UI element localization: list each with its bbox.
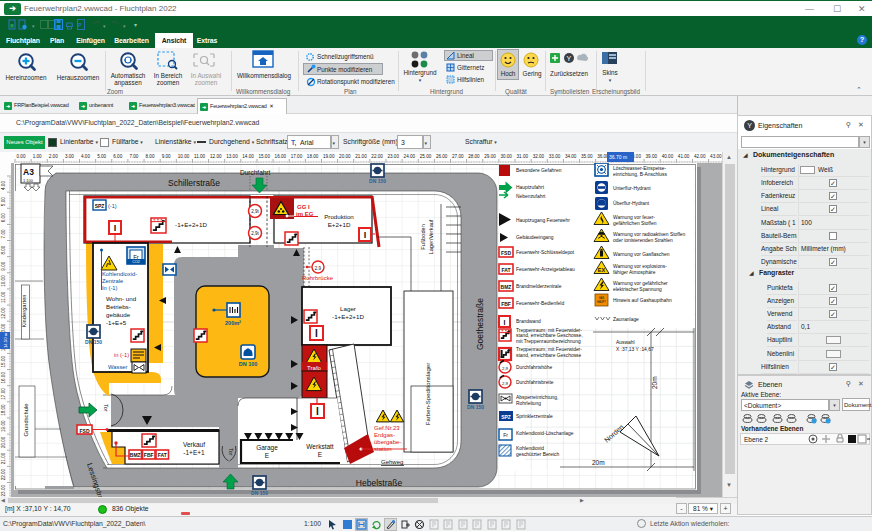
svg-text:14.50 m: 14.50 m — [3, 332, 8, 348]
svg-text:29.00: 29.00 — [484, 154, 496, 159]
svg-text:17.00: 17.00 — [1, 388, 6, 400]
svg-text:FSD: FSD — [80, 428, 90, 434]
svg-text:Auswahl: Auswahl — [616, 340, 635, 345]
svg-text:20.00: 20.00 — [1, 436, 6, 448]
svg-text:elektrischer Spannung: elektrischer Spannung — [613, 287, 662, 292]
svg-text:Grundschule: Grundschule — [23, 404, 29, 437]
svg-text:30.00: 30.00 — [500, 154, 512, 159]
svg-text:E: E — [265, 452, 270, 459]
svg-text:-1+E+2+1D: -1+E+2+1D — [332, 313, 364, 320]
svg-text:27.00: 27.00 — [452, 154, 464, 159]
svg-text:32.00: 32.00 — [533, 154, 545, 159]
svg-text:Überflur-Hydrant: Überflur-Hydrant — [613, 200, 650, 206]
svg-text:40.00: 40.00 — [662, 154, 674, 159]
svg-text:Gef.Nr.23: Gef.Nr.23 — [374, 425, 400, 431]
svg-text:station: station — [374, 446, 392, 452]
svg-text:8.00: 8.00 — [1, 245, 6, 254]
svg-text:Unterflur-Hydrant: Unterflur-Hydrant — [613, 186, 651, 191]
svg-text:19.00: 19.00 — [323, 154, 335, 159]
svg-text:FAT: FAT — [158, 452, 167, 458]
svg-text:Lager/Verkauf: Lager/Verkauf — [428, 219, 434, 254]
svg-text:Gebäudeeingang: Gebäudeeingang — [516, 235, 554, 240]
svg-text:Durchfahrtsbreite: Durchfahrtsbreite — [516, 380, 554, 385]
svg-text:Hinweis auf Gashaupthahn: Hinweis auf Gashaupthahn — [613, 298, 672, 303]
svg-text:Kindergarten: Kindergarten — [21, 294, 27, 327]
svg-text:6.00: 6.00 — [1, 213, 6, 222]
svg-text:35.00: 35.00 — [581, 154, 593, 159]
svg-text:22.00: 22.00 — [371, 154, 383, 159]
svg-text:I: I — [364, 230, 367, 240]
svg-text:GG I: GG I — [297, 204, 310, 210]
svg-text:SPZ: SPZ — [501, 414, 511, 420]
svg-text:BMZ: BMZ — [130, 452, 141, 458]
svg-text:Feuerwehr-Bedienfeld: Feuerwehr-Bedienfeld — [516, 301, 564, 306]
svg-text:Sprinklerzentrale: Sprinklerzentrale — [516, 414, 553, 419]
svg-text:20.00: 20.00 — [339, 154, 351, 159]
svg-text:200m²: 200m² — [225, 320, 241, 326]
svg-text:Zaunanlage: Zaunanlage — [613, 317, 639, 322]
svg-text:Lager: Lager — [340, 305, 356, 312]
svg-text:EX: EX — [598, 267, 606, 273]
svg-text:Feuerwehr-Anzeigetableau: Feuerwehr-Anzeigetableau — [516, 267, 575, 272]
svg-text:2,9: 2,9 — [315, 266, 322, 271]
svg-text:mit Treppenraumbezeichnung: mit Treppenraumbezeichnung — [516, 339, 581, 344]
svg-text:Kohlendioxid-Löschanlage: Kohlendioxid-Löschanlage — [516, 431, 574, 436]
svg-text:14.00: 14.00 — [242, 154, 254, 159]
svg-text:Kohlendioxid-: Kohlendioxid- — [102, 271, 137, 277]
svg-text:21.00: 21.00 — [1, 452, 6, 464]
svg-text:Warnung vor gefährlicher: Warnung vor gefährlicher — [613, 281, 668, 286]
svg-text:Gehweg: Gehweg — [381, 459, 403, 465]
svg-text:Betriebs-: Betriebs- — [106, 303, 131, 310]
svg-text:1.00: 1.00 — [33, 154, 42, 159]
svg-text:0.00: 0.00 — [17, 154, 26, 159]
svg-text:19.00: 19.00 — [1, 420, 6, 432]
svg-text:CO2: CO2 — [132, 260, 139, 264]
svg-text:10.00: 10.00 — [1, 275, 6, 287]
svg-text:geschützter Bereich: geschützter Bereich — [516, 452, 560, 457]
svg-text:Trafo: Trafo — [307, 365, 321, 371]
svg-text:12.00: 12.00 — [210, 154, 222, 159]
svg-text:I: I — [504, 319, 506, 326]
svg-text:BMZ: BMZ — [501, 284, 512, 290]
svg-text:I: I — [315, 328, 318, 339]
svg-text:Wasser: Wasser — [108, 364, 128, 370]
svg-text:1:100: 1:100 — [23, 178, 34, 183]
svg-text:7.00: 7.00 — [1, 229, 6, 238]
svg-text:11.00: 11.00 — [194, 154, 206, 159]
svg-text:E: E — [318, 451, 323, 458]
svg-text:fähiger Atmosphäre: fähiger Atmosphäre — [613, 270, 656, 275]
svg-text:In (-1): In (-1) — [102, 285, 118, 291]
svg-text:-1+E+5: -1+E+5 — [106, 319, 127, 326]
svg-text:33.00: 33.00 — [549, 154, 561, 159]
svg-text:DN 150: DN 150 — [467, 404, 484, 410]
svg-text:Warnung vor explosions-: Warnung vor explosions- — [613, 264, 667, 269]
svg-text:-1+E+1: -1+E+1 — [183, 449, 205, 456]
svg-text:Hauptzugang Feuerwehr: Hauptzugang Feuerwehr — [516, 218, 570, 223]
svg-text:Garage: Garage — [256, 444, 278, 452]
svg-text:Brandmelderzentrale: Brandmelderzentrale — [516, 284, 562, 289]
svg-text:34.00: 34.00 — [565, 154, 577, 159]
svg-text:P: P — [78, 22, 82, 28]
svg-text:Warnung vor feuer-: Warnung vor feuer- — [613, 215, 655, 220]
svg-text:Nebenzufahrt: Nebenzufahrt — [516, 194, 546, 199]
svg-text:Warnung vor Gasflaschen: Warnung vor Gasflaschen — [613, 252, 670, 257]
svg-text:13.00: 13.00 — [226, 154, 238, 159]
svg-text:Rohrleitung: Rohrleitung — [516, 401, 541, 406]
svg-text:in (-1): in (-1) — [114, 352, 129, 358]
svg-text:17.00: 17.00 — [291, 154, 303, 159]
svg-text:21.00: 21.00 — [355, 154, 367, 159]
svg-text:24.00: 24.00 — [404, 154, 416, 159]
svg-text:E+2+1D: E+2+1D — [328, 221, 351, 228]
svg-text:stand, erreichbare Geschosse,: stand, erreichbare Geschosse, — [516, 333, 583, 338]
svg-text:15.00: 15.00 — [1, 355, 6, 367]
svg-text:Goethestraße: Goethestraße — [475, 298, 485, 350]
svg-text:22.00: 22.00 — [1, 468, 6, 480]
svg-text:8.00: 8.00 — [146, 154, 155, 159]
svg-text:FBF: FBF — [144, 452, 154, 458]
svg-text:DN 150: DN 150 — [251, 490, 268, 496]
svg-text:16.00: 16.00 — [1, 372, 6, 384]
svg-text:20m: 20m — [592, 459, 605, 466]
svg-text:16.00: 16.00 — [275, 154, 287, 159]
svg-text:DN 150: DN 150 — [369, 178, 386, 184]
svg-text:gefährlichen Stoffen: gefährlichen Stoffen — [613, 221, 657, 226]
